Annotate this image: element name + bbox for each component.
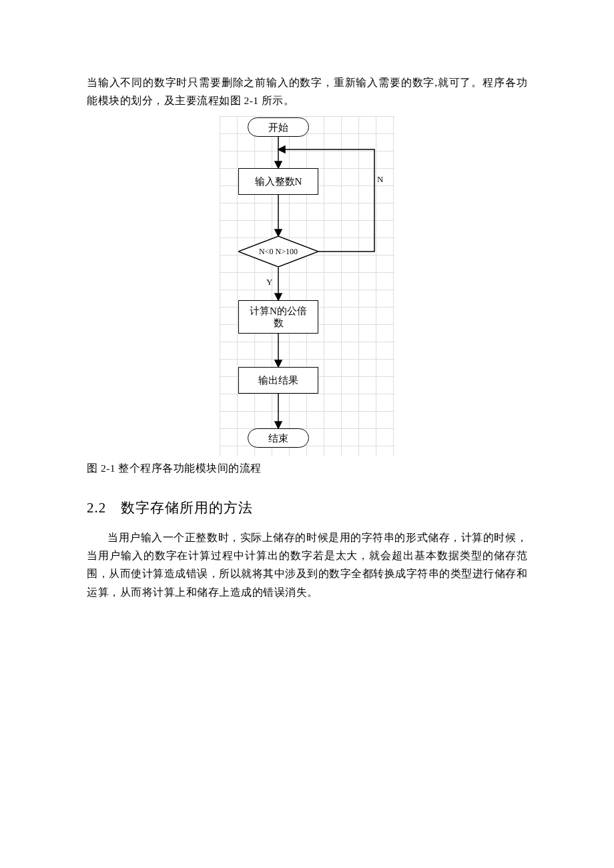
- flow-output: 输出结果: [238, 367, 318, 394]
- flow-branch-no: N: [377, 172, 383, 187]
- svg-marker-10: [278, 146, 285, 153]
- flow-start: 开始: [248, 117, 309, 137]
- svg-marker-9: [275, 422, 282, 428]
- flowchart: 开始 输入整数N N<0 N>100 N Y 计算N的公倍 数 输出结果 结束: [220, 116, 394, 456]
- svg-marker-5: [275, 294, 282, 300]
- flow-decision-text: N<0 N>100: [238, 236, 318, 267]
- flow-decision: N<0 N>100: [238, 236, 318, 267]
- section-2-2-body: 当用户输入一个正整数时，实际上储存的时候是用的字符串的形式储存，计算的时候，当用…: [87, 528, 527, 601]
- flow-input: 输入整数N: [238, 168, 318, 195]
- flow-branch-yes: Y: [266, 275, 272, 290]
- flow-compute: 计算N的公倍 数: [238, 300, 318, 334]
- flow-compute-line2: 数: [274, 317, 284, 329]
- figure-2-1: 开始 输入整数N N<0 N>100 N Y 计算N的公倍 数 输出结果 结束: [87, 116, 527, 456]
- figure-caption: 图 2-1 整个程序各功能模块间的流程: [87, 459, 527, 477]
- section-2-2-heading: 2.2 数字存储所用的方法: [87, 496, 527, 520]
- flowchart-arrows: [220, 116, 394, 456]
- svg-marker-7: [275, 360, 282, 367]
- svg-marker-1: [275, 161, 282, 168]
- svg-marker-3: [275, 230, 282, 236]
- intro-paragraph: 当输入不同的数字时只需要删除之前输入的数字，重新输入需要的数字,就可了。程序各功…: [87, 73, 527, 109]
- flow-end: 结束: [248, 428, 309, 448]
- flow-compute-line1: 计算N的公倍: [250, 305, 307, 317]
